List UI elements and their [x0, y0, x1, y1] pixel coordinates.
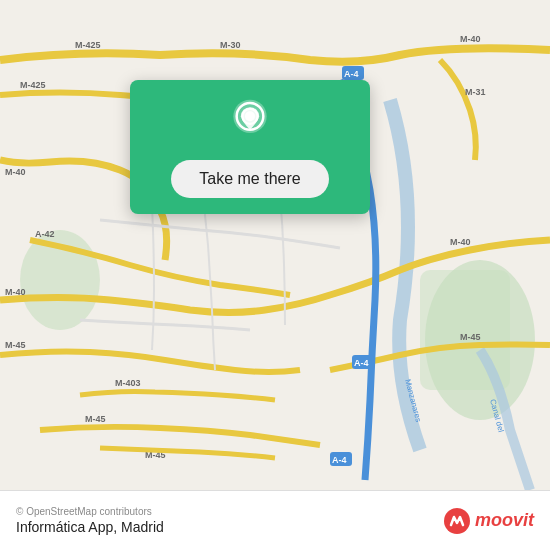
svg-text:M-40: M-40 — [450, 237, 471, 247]
map-roads-svg: M-425 M-30 M-40 M-425 M-40 A-42 M-40 M-4… — [0, 0, 550, 490]
svg-text:M-403: M-403 — [115, 378, 141, 388]
moovit-logo: moovit — [443, 507, 534, 535]
svg-text:M-45: M-45 — [85, 414, 106, 424]
bottom-bar: © OpenStreetMap contributors Informática… — [0, 490, 550, 550]
svg-text:M-425: M-425 — [20, 80, 46, 90]
svg-text:A-4: A-4 — [332, 455, 347, 465]
location-pin-icon — [225, 98, 275, 148]
svg-text:M-45: M-45 — [460, 332, 481, 342]
svg-text:A-42: A-42 — [35, 229, 55, 239]
svg-text:M-40: M-40 — [5, 287, 26, 297]
svg-text:M-30: M-30 — [220, 40, 241, 50]
svg-text:M-31: M-31 — [465, 87, 486, 97]
map-popup: Take me there — [130, 80, 370, 214]
attribution-text: © OpenStreetMap contributors — [16, 506, 164, 517]
svg-text:M-425: M-425 — [75, 40, 101, 50]
svg-text:A-4: A-4 — [344, 69, 359, 79]
take-me-there-button[interactable]: Take me there — [171, 160, 328, 198]
svg-text:M-40: M-40 — [460, 34, 481, 44]
moovit-icon — [443, 507, 471, 535]
svg-text:M-45: M-45 — [5, 340, 26, 350]
svg-point-31 — [247, 113, 254, 120]
svg-text:A-4: A-4 — [354, 358, 369, 368]
moovit-brand-text: moovit — [475, 510, 534, 531]
location-label: Informática App, Madrid — [16, 519, 164, 535]
map-container[interactable]: M-425 M-30 M-40 M-425 M-40 A-42 M-40 M-4… — [0, 0, 550, 490]
bottom-left-info: © OpenStreetMap contributors Informática… — [16, 506, 164, 535]
svg-text:M-40: M-40 — [5, 167, 26, 177]
